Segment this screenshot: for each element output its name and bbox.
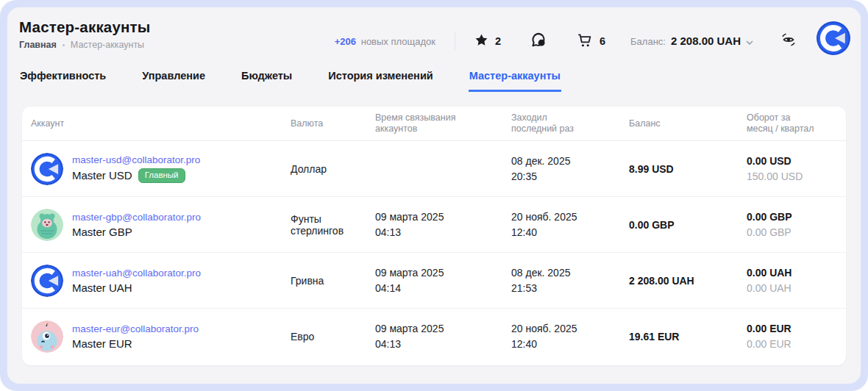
- account-email-link[interactable]: master-eur@collaborator.pro: [72, 323, 199, 334]
- breadcrumb-home-link[interactable]: Главная: [19, 40, 57, 50]
- topbar: Мастер-аккаунты Главная Мастер-аккаунты …: [7, 7, 861, 58]
- account-meta: master-gbp@collaborator.pro Master GBP: [72, 212, 201, 238]
- eye-icon: [780, 31, 797, 51]
- app-window: Мастер-аккаунты Главная Мастер-аккаунты …: [7, 7, 861, 384]
- chevron-down-icon: [746, 35, 753, 48]
- primary-badge: Главный: [138, 168, 185, 184]
- last-visit-cell: 20 нояб. 202512:40: [511, 321, 629, 352]
- balance-cell: 19.61 EUR: [629, 331, 747, 342]
- column-header-linked-at: Время связывания аккаунтов: [375, 112, 511, 134]
- currency-cell: Фунты стерлингов: [291, 213, 375, 237]
- balance-value: 2 208.00 UAH: [671, 35, 741, 47]
- topbar-right: +206 новых площадок 2: [335, 24, 850, 58]
- account-email-link[interactable]: master-usd@collaborator.pro: [72, 154, 200, 165]
- new-platforms-count: +206: [335, 36, 356, 47]
- turnover-cell: 0.00 EUR 0.00 EUR: [747, 321, 846, 352]
- account-name: Master UAH: [72, 281, 132, 294]
- master-accounts-table: Аккаунт Валюта Время связывания аккаунто…: [22, 107, 846, 365]
- profile-logo-button[interactable]: [817, 21, 850, 58]
- breadcrumb-current: Мастер-аккаунты: [71, 40, 144, 50]
- turnover-cell: 0.00 USD 150.00 USD: [747, 154, 846, 184]
- account-name: Master USD: [72, 169, 132, 182]
- linked-at-cell: 09 марта 202504:14: [375, 265, 511, 296]
- balance-cell: 2 208.00 UAH: [629, 275, 747, 287]
- linked-at-cell: 09 марта 202504:13: [375, 321, 511, 352]
- balance-label: Баланс:: [630, 36, 666, 47]
- tab-change-history[interactable]: История изменений: [327, 70, 433, 92]
- notifications-button[interactable]: [530, 32, 547, 51]
- app-frame: Мастер-аккаунты Главная Мастер-аккаунты …: [0, 0, 868, 391]
- turnover-cell: 0.00 UAH 0.00 UAH: [747, 265, 846, 296]
- shopping-cart-icon: [577, 32, 593, 51]
- table-row: master-usd@collaborator.pro Master USD Г…: [22, 141, 846, 197]
- avatar-green-monster: [31, 209, 63, 241]
- tab-budgets[interactable]: Бюджеты: [241, 70, 293, 92]
- account-name: Master EUR: [72, 337, 132, 350]
- account-cell: master-eur@collaborator.pro Master EUR: [22, 320, 291, 353]
- account-email-link[interactable]: master-gbp@collaborator.pro: [72, 212, 201, 223]
- star-icon: [474, 33, 488, 49]
- currency-cell: Доллар: [291, 163, 375, 175]
- column-header-turnover: Оборот за месяц / квартал: [747, 112, 846, 134]
- account-meta: master-uah@collaborator.pro Master UAH: [72, 268, 201, 294]
- cart-button[interactable]: 6: [577, 32, 605, 51]
- tab-master-accounts[interactable]: Мастер-аккаунты: [469, 70, 561, 92]
- section-tabs: Эффективность Управление Бюджеты История…: [7, 58, 861, 92]
- column-header-account: Аккаунт: [22, 118, 291, 129]
- account-name: Master GBP: [72, 226, 132, 238]
- collaborator-logo-icon: [817, 21, 850, 58]
- cart-count: 6: [600, 35, 605, 47]
- tab-management[interactable]: Управление: [141, 70, 206, 92]
- avatar-collaborator-logo: [31, 153, 63, 185]
- table-row: master-uah@collaborator.pro Master UAH Г…: [22, 253, 846, 309]
- table-row: master-gbp@collaborator.pro Master GBP Ф…: [22, 197, 846, 253]
- account-meta: master-usd@collaborator.pro Master USD Г…: [72, 154, 200, 184]
- new-platforms-link[interactable]: +206 новых площадок: [335, 36, 435, 47]
- balance-cell: 8.99 USD: [629, 163, 747, 175]
- linked-at-cell: 09 марта 202504:13: [375, 209, 511, 240]
- page-title: Мастер-аккаунты: [19, 18, 151, 36]
- column-header-last-visit: Заходил последний раз: [511, 112, 629, 134]
- account-meta: master-eur@collaborator.pro Master EUR: [72, 323, 199, 350]
- column-header-balance: Баланс: [629, 118, 747, 129]
- last-visit-cell: 08 дек. 202520:35: [511, 154, 629, 184]
- new-platforms-label: новых площадок: [361, 36, 435, 47]
- account-cell: master-gbp@collaborator.pro Master GBP: [22, 209, 291, 241]
- favorites-button[interactable]: 2: [474, 33, 501, 49]
- tab-effectiveness[interactable]: Эффективность: [19, 70, 107, 92]
- chat-bubble-icon: [530, 32, 547, 51]
- account-cell: master-uah@collaborator.pro Master UAH: [22, 265, 291, 297]
- watch-mode-button[interactable]: [780, 31, 797, 51]
- account-cell: master-usd@collaborator.pro Master USD Г…: [22, 153, 291, 185]
- turnover-cell: 0.00 GBP 0.00 GBP: [747, 209, 846, 240]
- last-visit-cell: 20 нояб. 202512:40: [511, 209, 629, 240]
- table-row: master-eur@collaborator.pro Master EUR Е…: [22, 309, 846, 365]
- account-email-link[interactable]: master-uah@collaborator.pro: [72, 268, 201, 279]
- balance-cell: 0.00 GBP: [629, 219, 747, 231]
- balance-dropdown[interactable]: Баланс: 2 208.00 UAH: [630, 35, 753, 48]
- topbar-left: Мастер-аккаунты Главная Мастер-аккаунты: [19, 18, 151, 50]
- topbar-divider: [455, 32, 455, 51]
- breadcrumb: Главная Мастер-аккаунты: [19, 40, 151, 50]
- column-header-currency: Валюта: [291, 118, 375, 129]
- avatar-collaborator-logo: [31, 265, 63, 297]
- favorites-count: 2: [495, 35, 501, 47]
- last-visit-cell: 08 дек. 202521:53: [511, 265, 629, 296]
- currency-cell: Евро: [291, 331, 375, 342]
- table-header-row: Аккаунт Валюта Время связывания аккаунто…: [22, 107, 846, 141]
- currency-cell: Гривна: [291, 275, 375, 287]
- avatar-pink-monster: [31, 320, 63, 353]
- breadcrumb-separator: [63, 44, 65, 46]
